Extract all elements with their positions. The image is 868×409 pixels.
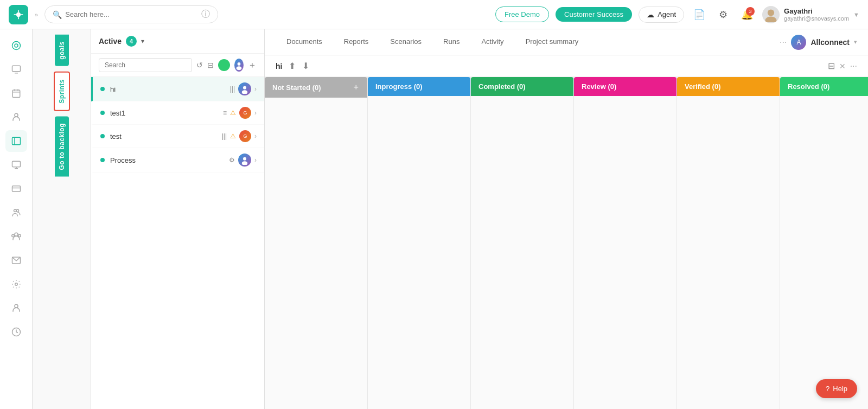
project-name-hi: hi bbox=[110, 85, 230, 93]
project-hi-avatar bbox=[238, 82, 251, 95]
project-item-test[interactable]: test ||| ⚠ G › bbox=[91, 125, 264, 148]
column-label-resolved: Resolved (0) bbox=[788, 82, 829, 91]
main-content: goals Sprints Go to backlog Active 4 ▾ ↺… bbox=[33, 29, 868, 409]
workspace-name: Allconnect bbox=[810, 38, 850, 47]
app-logo[interactable] bbox=[9, 5, 28, 24]
free-demo-button[interactable]: Free Demo bbox=[495, 7, 549, 22]
priority-icon-test1: ≡ bbox=[223, 109, 227, 117]
column-label-review: Review (0) bbox=[582, 82, 616, 91]
add-to-not-started-button[interactable]: ＋ bbox=[352, 82, 360, 92]
tab-documents[interactable]: Documents bbox=[276, 30, 333, 54]
cloud-icon: ☁ bbox=[647, 10, 654, 19]
active-label: Active bbox=[99, 37, 122, 46]
column-label-inprogress: Inprogress (0) bbox=[375, 82, 423, 91]
user-filter-avatar[interactable] bbox=[234, 59, 244, 72]
clear-filter-icon[interactable]: ✕ bbox=[839, 62, 846, 71]
user-profile[interactable]: Gayathri gayathri@snovasys.com ▼ bbox=[762, 6, 859, 23]
project-item-process[interactable]: Process ⚙ › bbox=[91, 148, 264, 172]
agent-label: Agent bbox=[658, 10, 676, 18]
column-header-not-started: Not Started (0) ＋ bbox=[265, 77, 367, 98]
svg-point-33 bbox=[242, 161, 248, 165]
workspace-info: ··· A Allconnect ▾ bbox=[780, 35, 857, 50]
tab-runs[interactable]: Runs bbox=[432, 30, 470, 54]
tab-scenarios[interactable]: Scenarios bbox=[379, 30, 432, 54]
project-hi-chevron[interactable]: › bbox=[254, 85, 257, 93]
svg-point-28 bbox=[238, 62, 241, 66]
top-navigation: » 🔍 ⓘ Free Demo Customer Success ☁ Agent… bbox=[0, 0, 868, 29]
filter-projects-icon[interactable]: ⊟ bbox=[207, 61, 214, 69]
download-icon[interactable]: ⬇ bbox=[302, 61, 309, 71]
document-icon-btn[interactable]: 📄 bbox=[691, 6, 708, 23]
help-button[interactable]: ? Help bbox=[816, 379, 857, 398]
secondary-sidebar: goals Sprints Go to backlog bbox=[33, 29, 91, 409]
column-label-not-started: Not Started (0) bbox=[272, 84, 321, 92]
more-kanban-options-icon[interactable]: ··· bbox=[850, 61, 857, 71]
tab-activity[interactable]: Activity bbox=[470, 30, 514, 54]
project-test-chevron[interactable]: › bbox=[254, 132, 257, 140]
user-details: Gayathri gayathri@snovasys.com bbox=[784, 7, 849, 22]
column-verified: Verified (0) bbox=[677, 77, 780, 409]
project-test1-chevron[interactable]: › bbox=[254, 109, 257, 117]
tab-backlog[interactable]: Go to backlog bbox=[55, 117, 69, 177]
project-item-test1[interactable]: test1 ≡ ⚠ G › bbox=[91, 101, 264, 125]
project-process-chevron[interactable]: › bbox=[254, 156, 257, 164]
warning-icon-test: ⚠ bbox=[230, 132, 236, 140]
column-resolved: Resolved (0) bbox=[780, 77, 868, 409]
active-dropdown-arrow[interactable]: ▾ bbox=[141, 37, 144, 45]
kanban-header: hi ⬆ ⬇ ⊟ ✕ ··· bbox=[265, 55, 868, 77]
tab-project-summary[interactable]: Project summary bbox=[515, 30, 590, 54]
add-project-button[interactable]: ＋ bbox=[248, 60, 257, 71]
column-header-review: Review (0) bbox=[574, 77, 676, 96]
help-label: Help bbox=[833, 385, 847, 393]
active-count-badge: 4 bbox=[126, 36, 137, 47]
project-name-test: test bbox=[110, 132, 222, 140]
project-test1-actions: ≡ ⚠ G › bbox=[223, 107, 257, 119]
warning-icon-test1: ⚠ bbox=[230, 109, 236, 117]
project-hi-actions: ||| › bbox=[230, 82, 257, 95]
svg-point-31 bbox=[242, 90, 248, 94]
search-input[interactable] bbox=[65, 10, 196, 18]
project-item-hi[interactable]: hi ||| › bbox=[91, 77, 264, 101]
expand-sidebar-icon[interactable]: » bbox=[35, 11, 38, 18]
upload-icon[interactable]: ⬆ bbox=[289, 61, 296, 71]
priority-icon-test: ||| bbox=[222, 132, 227, 140]
search-icon: 🔍 bbox=[53, 10, 62, 19]
tab-goals[interactable]: goals bbox=[55, 35, 69, 66]
sprint-label: hi bbox=[276, 62, 282, 71]
column-body-not-started bbox=[265, 98, 367, 409]
settings-icon-btn[interactable]: ⚙ bbox=[714, 6, 732, 23]
svg-point-29 bbox=[237, 66, 242, 70]
gear-icon: ⚙ bbox=[719, 9, 727, 21]
column-header-completed: Completed (0) bbox=[471, 77, 573, 96]
user-dropdown-chevron[interactable]: ▼ bbox=[853, 11, 859, 18]
column-label-verified: Verified (0) bbox=[685, 82, 720, 91]
refresh-icon[interactable]: ↺ bbox=[196, 61, 203, 69]
projects-header: Active 4 ▾ bbox=[91, 29, 264, 54]
project-test-avatar: G bbox=[239, 130, 251, 142]
svg-point-2 bbox=[765, 16, 777, 22]
tab-reports[interactable]: Reports bbox=[333, 30, 380, 54]
notification-icon-btn[interactable]: 🔔 3 bbox=[738, 6, 756, 23]
column-header-resolved: Resolved (0) bbox=[780, 77, 868, 96]
workspace-dropdown-chevron[interactable]: ▾ bbox=[854, 39, 857, 46]
column-label-completed: Completed (0) bbox=[478, 82, 526, 91]
kanban-header-right: ⊟ ✕ ··· bbox=[828, 61, 857, 71]
column-body-resolved bbox=[780, 96, 868, 409]
workspace-avatar: A bbox=[791, 35, 806, 50]
agent-button[interactable]: ☁ Agent bbox=[639, 7, 684, 23]
customer-success-button[interactable]: Customer Success bbox=[556, 7, 632, 22]
project-search-input[interactable] bbox=[99, 58, 192, 72]
tab-sprints[interactable]: Sprints bbox=[54, 72, 70, 111]
global-search-bar: 🔍 ⓘ bbox=[44, 5, 218, 23]
column-review: Review (0) bbox=[574, 77, 677, 409]
kanban-area: Documents Reports Scenarios Runs Activit… bbox=[265, 29, 868, 409]
more-options-icon[interactable]: ··· bbox=[780, 37, 787, 47]
column-not-started: Not Started (0) ＋ bbox=[265, 77, 368, 409]
user-email: gayathri@snovasys.com bbox=[784, 15, 849, 22]
info-icon[interactable]: ⓘ bbox=[201, 9, 210, 20]
filter-icon[interactable]: ⊟ bbox=[828, 61, 835, 71]
tab-group: Documents Reports Scenarios Runs Activit… bbox=[276, 30, 589, 54]
column-body-verified bbox=[677, 96, 780, 409]
column-inprogress: Inprogress (0) bbox=[368, 77, 471, 409]
user-avatar bbox=[762, 6, 780, 23]
